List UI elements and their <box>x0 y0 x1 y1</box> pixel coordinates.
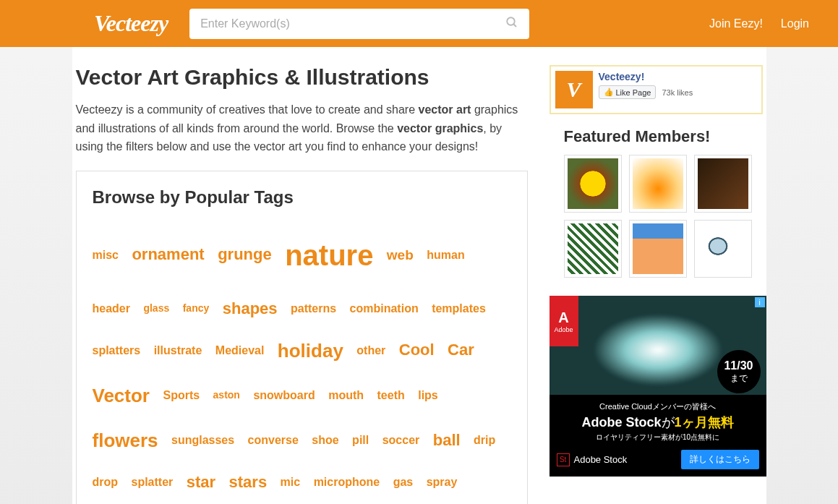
svg-line-1 <box>513 24 516 27</box>
facebook-likes-count: 73k likes <box>662 88 693 97</box>
sidebar: V Vecteezy! 👍 Like Page 73k likes Featur… <box>550 65 766 504</box>
member-avatar[interactable] <box>564 155 622 213</box>
tag-link[interactable]: sunglasses <box>171 427 234 454</box>
ad-stock-label: StAdobe Stock <box>557 453 628 466</box>
ad-line1: Creative Cloudメンバーの皆様へ <box>557 401 759 412</box>
tag-link[interactable]: Medieval <box>215 337 265 364</box>
members-grid <box>550 155 763 278</box>
tag-link[interactable]: drop <box>93 469 119 496</box>
tag-link[interactable]: Vector <box>93 373 150 418</box>
tag-link[interactable]: splatter <box>132 469 174 496</box>
ad-line3: ロイヤリティフリー素材が10点無料に <box>557 432 759 443</box>
tag-link[interactable]: shapes <box>223 290 278 328</box>
svg-point-0 <box>507 17 515 25</box>
tag-link[interactable]: glass <box>143 296 169 321</box>
tag-link[interactable]: aston <box>213 383 240 408</box>
tag-link[interactable]: Sports <box>163 382 200 409</box>
tag-link[interactable]: Car <box>448 331 474 370</box>
tag-link[interactable]: gas <box>393 469 414 496</box>
tag-link[interactable]: converse <box>248 427 299 454</box>
facebook-widget: V Vecteezy! 👍 Like Page 73k likes <box>550 65 763 114</box>
tag-link[interactable]: illustrate <box>154 337 202 364</box>
tag-link[interactable]: snowboard <box>253 382 315 409</box>
facebook-page-name[interactable]: Vecteezy! <box>599 71 757 82</box>
container: Vector Art Graphics & Illustrations Vect… <box>72 47 766 504</box>
tags-box: Browse by Popular Tags misc ornament gru… <box>76 171 528 504</box>
member-avatar[interactable] <box>694 220 752 278</box>
ad-graphic <box>593 314 723 386</box>
tag-link[interactable]: grunge <box>218 236 272 274</box>
facebook-like-button[interactable]: 👍 Like Page <box>599 85 657 99</box>
adobe-tab: AAdobe <box>550 296 578 346</box>
tag-link[interactable]: spray <box>427 469 458 496</box>
ad-info-icon[interactable]: i <box>755 297 765 307</box>
tag-link[interactable]: misc <box>93 242 119 269</box>
member-avatar[interactable] <box>629 155 687 213</box>
header-right: Join Eezy! Login <box>709 17 809 30</box>
tag-link[interactable]: templates <box>432 295 486 323</box>
tag-link[interactable]: drip <box>474 427 495 454</box>
tag-link[interactable]: patterns <box>291 295 336 323</box>
tag-link[interactable]: human <box>427 242 464 269</box>
tags-title: Browse by Popular Tags <box>93 187 511 208</box>
tag-link[interactable]: splatters <box>93 337 141 364</box>
search-input[interactable] <box>200 17 505 30</box>
search-icon[interactable] <box>505 16 518 32</box>
tag-link[interactable]: lips <box>418 382 438 409</box>
tag-link[interactable]: shoe <box>312 427 338 454</box>
tag-link[interactable]: mouth <box>328 382 364 409</box>
tag-link[interactable]: ball <box>433 422 461 460</box>
featured-title: Featured Members! <box>550 127 763 146</box>
tag-link[interactable]: teeth <box>377 382 405 409</box>
main-content: Vector Art Graphics & Illustrations Vect… <box>72 65 528 504</box>
tag-link[interactable]: microphone <box>314 469 380 496</box>
member-avatar[interactable] <box>694 155 752 213</box>
tag-link[interactable]: Pattern <box>218 502 283 504</box>
tag-link[interactable]: nature <box>285 221 373 290</box>
ad-date-badge: 11/30まで <box>717 350 761 393</box>
tag-link[interactable]: other <box>356 337 385 364</box>
tag-link[interactable]: Cool <box>399 331 435 370</box>
tag-link[interactable]: holiday <box>278 328 343 373</box>
facebook-avatar: V <box>555 71 593 108</box>
search-field-wrap <box>189 9 529 39</box>
tags-wrap: misc ornament grunge nature web human he… <box>93 221 511 504</box>
member-avatar[interactable] <box>564 220 622 278</box>
page-title: Vector Art Graphics & Illustrations <box>76 65 528 90</box>
tag-link[interactable]: fancy <box>183 296 210 321</box>
header: Vecteezy Join Eezy! Login <box>0 0 838 47</box>
ad-cta-button[interactable]: 詳しくはこちら <box>681 450 759 469</box>
member-avatar[interactable] <box>629 220 687 278</box>
tag-link[interactable]: flowers <box>93 418 158 463</box>
login-link[interactable]: Login <box>781 17 809 30</box>
thumb-icon: 👍 <box>604 87 614 97</box>
tag-link[interactable]: star <box>187 464 215 502</box>
tag-link[interactable]: pill <box>352 427 369 454</box>
logo[interactable]: Vecteezy <box>94 10 168 37</box>
tag-link[interactable]: web <box>387 239 414 272</box>
stock-icon: St <box>557 453 570 466</box>
ad-banner[interactable]: i AAdobe 11/30まで Creative Cloudメンバーの皆様へ … <box>550 296 766 477</box>
tag-link[interactable]: stars <box>229 464 268 502</box>
ad-line2: Adobe Stockが1ヶ月無料 <box>557 414 759 431</box>
intro-text: Vecteezy is a community of creatives tha… <box>76 101 528 156</box>
tag-link[interactable]: header <box>93 295 130 323</box>
tag-link[interactable]: combination <box>350 295 419 323</box>
tag-link[interactable]: soccer <box>382 427 420 454</box>
tag-link[interactable]: cartoon <box>137 502 205 504</box>
tag-link[interactable]: mic <box>281 469 301 496</box>
tag-link[interactable]: ornament <box>132 236 204 274</box>
join-link[interactable]: Join Eezy! <box>709 17 763 30</box>
